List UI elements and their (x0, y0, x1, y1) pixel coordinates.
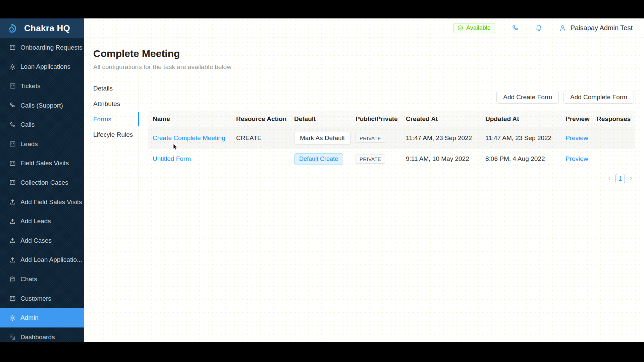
upload-icon (9, 256, 16, 263)
dashboard-icon (9, 334, 16, 341)
screen: Chakra HQ Onboarding RequestsLoan Applic… (0, 0, 644, 362)
user-name: Paisapay Admin Test (571, 24, 633, 32)
upload-icon (9, 218, 16, 225)
sidebar-nav: Onboarding RequestsLoan ApplicationsTick… (0, 38, 84, 342)
tab-attributes[interactable]: Attributes (93, 96, 138, 112)
sidebar-item-admin[interactable]: Admin (0, 308, 84, 327)
sidebar-item-add-cases[interactable]: Add Cases (0, 231, 84, 250)
sidebar-item-chats[interactable]: Chats (0, 269, 84, 289)
sidebar-item-label: Calls (20, 121, 35, 128)
phone-icon[interactable] (511, 24, 519, 32)
user-icon (559, 24, 567, 32)
user-menu[interactable]: Paisapay Admin Test (559, 24, 633, 32)
sidebar-item-label: Loan Applications (20, 63, 70, 70)
preview-cell: Preview (561, 134, 592, 142)
column-header-preview: Preview (561, 115, 592, 123)
name-cell: Create Complete Meeting (148, 134, 231, 142)
column-header-default: Default (289, 115, 351, 123)
updated-at-cell: 11:47 AM, 23 Sep 2022 (481, 134, 561, 142)
topbar: Available Paisapay Admin Test (84, 18, 644, 38)
table-row: Create Complete MeetingCREATEMark As Def… (148, 127, 635, 149)
sidebar-item-calls-support[interactable]: Calls (Support) (0, 96, 84, 115)
column-header-name: Name (148, 115, 231, 123)
status-badge[interactable]: Available (453, 23, 495, 33)
app-title: Chakra HQ (24, 23, 70, 34)
forms-table: NameResource ActionDefaultPublic/Private… (148, 111, 635, 169)
gear-icon (9, 314, 16, 321)
sidebar-item-label: Leads (20, 140, 38, 148)
sidebar-item-customers[interactable]: Customers (0, 289, 84, 308)
sidebar-item-calls[interactable]: Calls (0, 115, 84, 134)
prev-page-icon[interactable] (606, 176, 612, 182)
sidebar-item-label: Field Sales Visits (20, 160, 69, 167)
visibility-badge: PRIVATE (356, 155, 385, 164)
check-circle-icon (457, 25, 464, 31)
created-at-value: 11:47 AM, 23 Sep 2022 (406, 134, 472, 141)
tab-lifecyle-rules[interactable]: Lifecyle Rules (93, 127, 138, 142)
app-window: Chakra HQ Onboarding RequestsLoan Applic… (0, 18, 644, 342)
table-body: Create Complete MeetingCREATEMark As Def… (148, 127, 635, 169)
main-area: Available Paisapay Admin Test Complete M… (84, 18, 644, 342)
preview-cell: Preview (561, 155, 592, 163)
sidebar-item-field-sales-visits[interactable]: Field Sales Visits (0, 154, 84, 173)
page-title: Complete Meeting (93, 48, 180, 59)
sidebar-item-label: Add Field Sales Visits (20, 198, 82, 206)
sidebar-item-label: Calls (Support) (20, 102, 63, 109)
bell-icon[interactable] (535, 24, 543, 32)
sidebar-item-label: Onboarding Requests (20, 44, 83, 51)
sidebar: Chakra HQ Onboarding RequestsLoan Applic… (0, 18, 84, 342)
sidebar-item-add-leads[interactable]: Add Leads (0, 212, 84, 231)
sidebar-item-label: Add Leads (20, 218, 51, 225)
sidebar-item-add-field-sales-visits[interactable]: Add Field Sales Visits (0, 192, 84, 212)
tab-details[interactable]: Details (93, 81, 138, 96)
public-private-cell: PRIVATE (351, 155, 401, 164)
preview-link[interactable]: Preview (566, 155, 588, 162)
board-icon (9, 140, 16, 147)
default-cell: Default Create (289, 153, 351, 165)
page-number[interactable]: 1 (615, 174, 625, 183)
default-cell: Mark As Default (289, 132, 351, 145)
created-at-cell: 9:11 AM, 10 May 2022 (401, 155, 481, 163)
chakra-logo-icon (7, 23, 19, 34)
sidebar-item-dashboards[interactable]: Dashboards (0, 327, 84, 342)
sidebar-item-add-loan-applicatio[interactable]: Add Loan Applicatio... (0, 250, 84, 270)
column-header-public-private: Public/Private (351, 115, 401, 123)
upload-icon (9, 237, 16, 244)
sidebar-header: Chakra HQ (0, 18, 84, 38)
settings-tabs: DetailsAttributesFormsLifecyle Rules (93, 81, 139, 201)
board-icon (9, 179, 16, 186)
sidebar-item-label: Add Cases (20, 237, 52, 244)
updated-at-value: 8:06 PM, 4 Aug 2022 (485, 155, 545, 162)
sidebar-item-leads[interactable]: Leads (0, 134, 84, 154)
column-header-responses: Responses (592, 115, 635, 123)
created-at-value: 9:11 AM, 10 May 2022 (406, 155, 469, 162)
sidebar-item-loan-applications[interactable]: Loan Applications (0, 57, 84, 77)
sidebar-item-tickets[interactable]: Tickets (0, 76, 84, 96)
chat-icon (9, 276, 16, 283)
default-create-badge: Default Create (294, 153, 343, 165)
sidebar-item-label: Tickets (20, 82, 40, 90)
phone-icon (9, 102, 16, 109)
column-header-resource-action: Resource Action (231, 115, 289, 123)
form-name-link[interactable]: Untitled Form (153, 155, 191, 162)
board-icon (9, 82, 16, 89)
preview-link[interactable]: Preview (566, 134, 588, 141)
resource-action-value: CREATE (236, 134, 262, 141)
board-icon (9, 44, 16, 51)
sidebar-item-onboarding-requests[interactable]: Onboarding Requests (0, 38, 84, 57)
name-cell: Untitled Form (148, 155, 231, 163)
gear-icon (9, 63, 16, 70)
sidebar-item-label: Add Loan Applicatio... (20, 256, 82, 263)
next-page-icon[interactable] (628, 176, 634, 182)
table-header-row: NameResource ActionDefaultPublic/Private… (148, 111, 635, 127)
add-complete-form-button[interactable]: Add Complete Form (564, 91, 634, 104)
table-row: Untitled FormDefault CreatePRIVATE9:11 A… (148, 149, 635, 169)
sidebar-item-label: Admin (20, 314, 39, 321)
form-name-link[interactable]: Create Complete Meeting (153, 134, 225, 141)
sidebar-item-collection-cases[interactable]: Collection Cases (0, 173, 84, 192)
mark-as-default-button[interactable]: Mark As Default (294, 132, 351, 145)
add-create-form-button[interactable]: Add Create Form (496, 91, 559, 104)
status-label: Available (466, 24, 491, 32)
visibility-badge: PRIVATE (356, 134, 385, 143)
tab-forms[interactable]: Forms (93, 112, 138, 127)
